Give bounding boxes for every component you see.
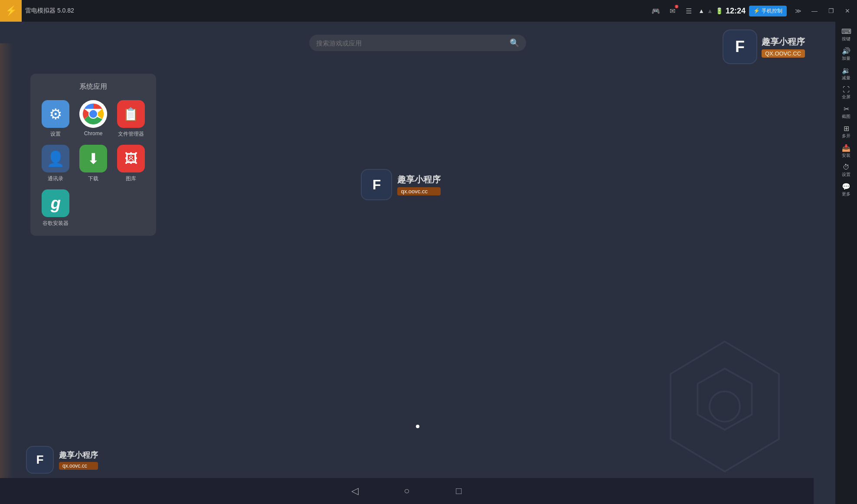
bottom-promo-icon: F bbox=[26, 446, 54, 474]
settings-label: 设置 bbox=[50, 130, 61, 138]
gplay-icon: g bbox=[42, 189, 69, 217]
right-sidebar: ⌨ 按键 🔊 加量 🔉 减量 ⛶ 全屏 ✂ 截图 ⊞ 多开 📥 安装 ⏱ 设置 … bbox=[835, 22, 857, 504]
svg-point-5 bbox=[710, 391, 740, 422]
sidebar-install[interactable]: 📥 安装 bbox=[837, 142, 856, 160]
top-promo-url: QX.OOVC.CC bbox=[762, 49, 805, 58]
top-promo-icon: F bbox=[723, 29, 757, 64]
app-title: 雷电模拟器 5.0.82 bbox=[25, 7, 337, 15]
sidebar-keyboard[interactable]: ⌨ 按键 bbox=[837, 25, 856, 44]
sidebar-device-settings[interactable]: ⏱ 设置 bbox=[837, 161, 856, 179]
filemanager-icon: 📋 bbox=[117, 100, 145, 128]
restore-button[interactable]: ❐ bbox=[823, 3, 839, 19]
device-settings-label: 设置 bbox=[842, 172, 850, 177]
center-promo-text: 趣享小程序 qx.oovc.cc bbox=[397, 174, 441, 195]
center-promo-name: 趣享小程序 bbox=[397, 174, 441, 185]
minimize-button[interactable]: — bbox=[807, 3, 822, 19]
expand-button[interactable]: ≫ bbox=[790, 3, 806, 19]
volume-up-label: 加量 bbox=[842, 56, 850, 61]
lightning-icon: ⚡ bbox=[753, 8, 760, 14]
hex-decoration bbox=[649, 331, 801, 482]
controller-icon: 🎮 bbox=[649, 4, 663, 18]
apps-grid: ⚙ 设置 bbox=[39, 100, 147, 227]
chrome-label: Chrome bbox=[84, 130, 103, 137]
contacts-label: 通讯录 bbox=[48, 175, 63, 182]
svg-marker-4 bbox=[698, 369, 752, 430]
fullscreen-label: 全屏 bbox=[842, 94, 850, 100]
screenshot-label: 截图 bbox=[842, 114, 850, 119]
nav-bar: ◁ ○ □ bbox=[0, 478, 814, 504]
titlebar: ⚡ 雷电模拟器 5.0.82 🎮 ✉ ! ☰ ▲ ▲ 🔋 12:24 ⚡ 手机控… bbox=[0, 0, 857, 22]
close-button[interactable]: ✕ bbox=[840, 3, 855, 19]
app-contacts[interactable]: 👤 通讯录 bbox=[39, 145, 72, 182]
bottom-promo-url: qx.oovc.cc bbox=[59, 462, 98, 470]
chrome-svg bbox=[79, 100, 107, 128]
menu-icon: ☰ bbox=[682, 4, 696, 18]
app-download[interactable]: ⬇ 下载 bbox=[77, 145, 110, 182]
apps-panel: 系统应用 ⚙ 设置 bbox=[30, 74, 156, 236]
fullscreen-icon: ⛶ bbox=[843, 86, 850, 94]
app-gallery[interactable]: 🖼 图库 bbox=[114, 145, 147, 182]
center-promo: F 趣享小程序 qx.oovc.cc bbox=[361, 169, 441, 200]
app-chrome[interactable]: Chrome bbox=[77, 100, 110, 138]
bottom-promo-name: 趣享小程序 bbox=[59, 450, 98, 460]
app-filemanager[interactable]: 📋 文件管理器 bbox=[114, 100, 147, 138]
gplay-label: 谷歌安装器 bbox=[43, 220, 69, 227]
chrome-icon bbox=[79, 100, 107, 128]
search-icon[interactable]: 🔍 bbox=[510, 38, 519, 48]
more-label: 更多 bbox=[842, 192, 850, 197]
left-edge-decoration bbox=[0, 43, 13, 504]
install-icon: 📥 bbox=[842, 144, 850, 152]
app-logo: ⚡ bbox=[0, 0, 22, 22]
screenshot-icon: ✂ bbox=[844, 105, 849, 113]
keyboard-label: 按键 bbox=[842, 36, 850, 42]
bottom-left-promo: F 趣享小程序 qx.oovc.cc bbox=[26, 446, 98, 474]
top-promo-name: 趣享小程序 bbox=[762, 36, 805, 48]
top-right-promo: F 趣享小程序 QX.OOVC.CC bbox=[723, 29, 805, 64]
volume-up-icon: 🔊 bbox=[842, 47, 850, 55]
volume-down-icon: 🔉 bbox=[842, 66, 850, 75]
clock: 12:24 bbox=[726, 7, 746, 16]
sidebar-fullscreen[interactable]: ⛶ 全屏 bbox=[837, 84, 856, 102]
bottom-promo-text: 趣享小程序 qx.oovc.cc bbox=[59, 450, 98, 470]
phone-control-button[interactable]: ⚡ 手机控制 bbox=[749, 6, 787, 16]
more-icon: 💬 bbox=[842, 182, 850, 191]
center-promo-url: qx.oovc.cc bbox=[397, 187, 441, 195]
top-promo-text: 趣享小程序 QX.OOVC.CC bbox=[762, 36, 805, 58]
sidebar-volume-up[interactable]: 🔊 加量 bbox=[837, 45, 856, 63]
svg-marker-3 bbox=[671, 341, 779, 471]
main-content: 🔍 系统应用 ⚙ 设置 bbox=[0, 22, 835, 504]
search-input-wrap: 🔍 bbox=[309, 35, 526, 51]
filemanager-label: 文件管理器 bbox=[118, 130, 144, 138]
logo-icon: ⚡ bbox=[5, 5, 17, 16]
device-settings-icon: ⏱ bbox=[843, 163, 850, 171]
center-promo-icon: F bbox=[361, 169, 392, 200]
keyboard-icon: ⌨ bbox=[841, 27, 851, 36]
page-dot-indicator bbox=[416, 425, 419, 428]
battery-icon: 🔋 bbox=[716, 7, 723, 14]
volume-down-label: 减量 bbox=[842, 75, 850, 81]
status-area: 🎮 ✉ ! ☰ ▲ ▲ 🔋 12:24 bbox=[649, 4, 746, 18]
contacts-icon: 👤 bbox=[42, 145, 69, 172]
sidebar-screenshot[interactable]: ✂ 截图 bbox=[837, 103, 856, 121]
app-settings[interactable]: ⚙ 设置 bbox=[39, 100, 72, 138]
gallery-label: 图库 bbox=[126, 175, 136, 182]
download-label: 下载 bbox=[88, 175, 98, 182]
install-label: 安装 bbox=[842, 153, 850, 158]
sidebar-more[interactable]: 💬 更多 bbox=[837, 180, 856, 199]
home-button[interactable]: ○ bbox=[398, 482, 415, 500]
search-input[interactable] bbox=[316, 39, 506, 47]
sidebar-multi-open[interactable]: ⊞ 多开 bbox=[837, 122, 856, 141]
multi-open-icon: ⊞ bbox=[844, 124, 849, 133]
sidebar-volume-down[interactable]: 🔉 减量 bbox=[837, 64, 856, 83]
gallery-icon: 🖼 bbox=[117, 145, 145, 172]
notification-icon: ✉ ! bbox=[665, 4, 679, 18]
svg-point-2 bbox=[89, 110, 97, 118]
signal-off-icon: ▲ bbox=[707, 7, 713, 14]
download-icon: ⬇ bbox=[79, 145, 107, 172]
settings-icon: ⚙ bbox=[42, 100, 69, 128]
recents-button[interactable]: □ bbox=[450, 482, 468, 500]
back-button[interactable]: ◁ bbox=[346, 482, 363, 500]
search-bar: 🔍 bbox=[309, 35, 526, 51]
app-gplay[interactable]: g 谷歌安装器 bbox=[39, 189, 72, 227]
apps-panel-title: 系统应用 bbox=[39, 82, 147, 91]
